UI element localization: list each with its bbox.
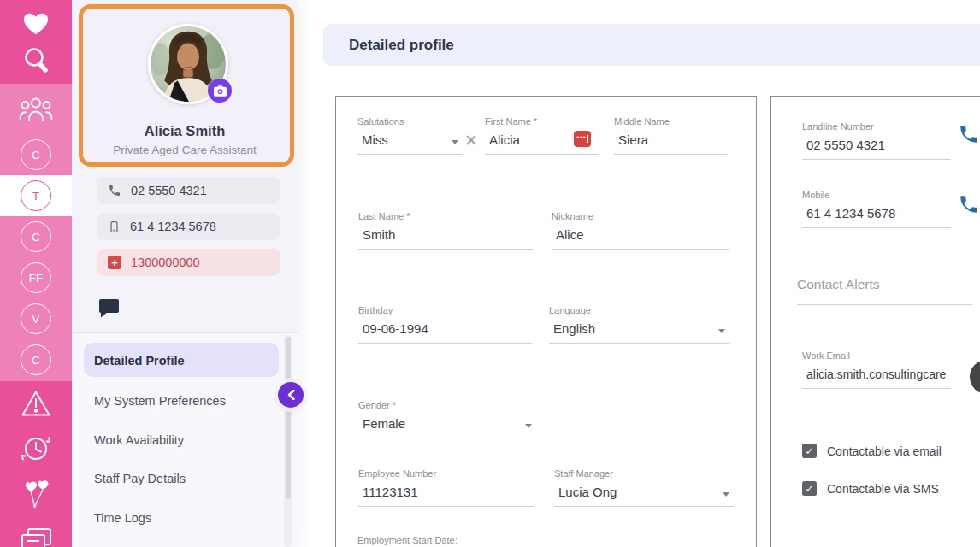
- clear-salutation-x-icon[interactable]: ✕: [464, 131, 478, 150]
- nickname-field: Nickname Alice: [552, 211, 729, 250]
- chevron-left-icon: [287, 390, 295, 400]
- people-group-icon[interactable]: [0, 94, 72, 125]
- warning-triangle-icon[interactable]: [0, 389, 72, 418]
- field-label: Gender *: [358, 400, 536, 411]
- nav-item-staff-pay-details[interactable]: Staff Pay Details: [94, 472, 186, 485]
- chat-bubble-icon[interactable]: [98, 298, 120, 322]
- contact-alerts-title: Contact Alerts: [797, 277, 880, 292]
- contactable-sms-checkbox[interactable]: ✓: [802, 481, 817, 496]
- staff-manager-select[interactable]: Lucia Ong: [554, 482, 734, 507]
- caret-down-icon[interactable]: [718, 329, 725, 337]
- call-mobile-button[interactable]: [958, 193, 980, 219]
- avatar-letter: C: [21, 221, 51, 252]
- gender-select[interactable]: Female: [358, 414, 536, 438]
- heart-logo-icon[interactable]: [0, 10, 72, 36]
- last-name-input[interactable]: Smith: [358, 225, 533, 250]
- landline-field: Landline Number 02 5550 4321: [802, 121, 951, 160]
- staff-manager-field: Staff Manager Lucia Ong: [554, 468, 734, 507]
- sidebar-avatar-v[interactable]: V: [0, 298, 72, 339]
- birthday-input[interactable]: 09-06-1994: [358, 319, 532, 344]
- nav-item-time-logs[interactable]: Time Logs: [94, 511, 151, 525]
- nav-scrollbar-thumb[interactable]: [286, 337, 291, 499]
- field-label: First Name *: [485, 116, 599, 127]
- panel-collapse-button[interactable]: [278, 382, 304, 408]
- field-label: Work Email: [802, 350, 951, 362]
- field-label: Language: [549, 305, 729, 316]
- medical-plus-icon: +: [108, 256, 121, 269]
- avatar-letter: C: [21, 139, 51, 170]
- caret-down-icon[interactable]: [525, 424, 532, 432]
- hearts-balloon-icon[interactable]: [0, 477, 72, 513]
- mobile-number: 61 4 1234 5678: [130, 220, 216, 233]
- emergency-number: 1300000000: [131, 256, 200, 269]
- contact-details-card: [770, 96, 980, 547]
- sidebar-avatar-c2[interactable]: C: [0, 216, 72, 257]
- nav-item-work-availability[interactable]: Work Availability: [94, 433, 184, 447]
- work-email-field: Work Email alicia.smith.consultingcare: [802, 350, 951, 389]
- middle-name-field: Middle Name Siera: [614, 116, 728, 155]
- sidebar-avatar-c1[interactable]: C: [0, 134, 72, 175]
- avatar-letter: V: [21, 303, 51, 334]
- landline-number: 02 5550 4321: [131, 184, 207, 197]
- profile-name: Alicia Smith: [80, 123, 289, 139]
- field-label: Middle Name: [614, 116, 728, 127]
- avatar-letter: FF: [21, 262, 51, 293]
- mobile-input[interactable]: 61 4 1234 5678: [802, 203, 951, 228]
- phone-icon: [108, 184, 121, 197]
- gender-field: Gender * Female: [358, 400, 536, 438]
- field-label: Nickname: [552, 211, 729, 222]
- contactable-email-checkbox[interactable]: ✓: [802, 444, 817, 458]
- page-title: Detailed profile: [349, 37, 454, 54]
- field-label: Birthday: [358, 305, 532, 316]
- field-label: Last Name *: [358, 211, 533, 222]
- sidebar-avatar-ff[interactable]: FF: [0, 257, 72, 298]
- caret-down-icon[interactable]: [452, 140, 458, 148]
- profile-nav: Detailed Profile My System Preferences W…: [72, 332, 298, 547]
- landline-input[interactable]: 02 5550 4321: [802, 135, 951, 160]
- employment-start-date-label: Employment Start Date:: [357, 535, 458, 545]
- employee-number-input[interactable]: 11123131: [358, 482, 534, 507]
- sidebar-avatar-t-selected[interactable]: T: [0, 175, 72, 216]
- last-name-field: Last Name * Smith: [358, 211, 533, 250]
- language-select[interactable]: English: [549, 319, 729, 344]
- salutations-field: Salutations Miss: [357, 116, 463, 155]
- icon-rail: C T C FF V C: [0, 0, 72, 547]
- phone-icon: [958, 193, 980, 215]
- field-label: Employee Number: [358, 468, 534, 479]
- emergency-pill[interactable]: + 1300000000: [97, 249, 280, 276]
- search-icon[interactable]: [0, 45, 72, 76]
- stacked-documents-icon[interactable]: [0, 526, 72, 547]
- nav-item-my-system-preferences[interactable]: My System Preferences: [94, 394, 226, 408]
- checkbox-label: Contactable via SMS: [827, 482, 939, 496]
- work-email-input[interactable]: alicia.smith.consultingcare: [802, 364, 951, 389]
- avatar-letter: T: [21, 180, 51, 211]
- call-landline-button[interactable]: [958, 123, 980, 149]
- contactable-email-row: ✓ Contactable via email: [802, 444, 942, 458]
- birthday-field: Birthday 09-06-1994: [358, 305, 532, 344]
- nickname-input[interactable]: Alice: [552, 225, 729, 250]
- time-history-icon[interactable]: [0, 431, 72, 467]
- employee-number-field: Employee Number 11123131: [358, 468, 534, 507]
- sidebar-avatar-c3[interactable]: C: [0, 339, 72, 380]
- profile-role: Private Aged Care Assistant: [80, 144, 289, 156]
- contact-alerts-divider: [797, 304, 972, 305]
- field-label: Salutations: [357, 116, 463, 127]
- profile-panel: Alicia Smith Private Aged Care Assistant…: [72, 0, 298, 547]
- salutations-select[interactable]: Miss: [357, 130, 463, 155]
- profile-avatar[interactable]: [148, 24, 228, 104]
- mobile-pill[interactable]: 61 4 1234 5678: [97, 213, 280, 240]
- caret-down-icon[interactable]: [723, 492, 729, 500]
- landline-pill[interactable]: 02 5550 4321: [97, 177, 280, 204]
- middle-name-input[interactable]: Siera: [614, 130, 728, 155]
- nav-scrollbar[interactable]: [284, 335, 292, 547]
- language-field: Language English: [549, 305, 729, 344]
- mobile-phone-icon: [108, 220, 121, 234]
- checkbox-label: Contactable via email: [827, 444, 942, 458]
- mobile-field: Mobile 61 4 1234 5678: [802, 190, 951, 228]
- avatar-letter: C: [21, 344, 51, 375]
- phone-icon: [958, 123, 980, 145]
- camera-icon[interactable]: [208, 79, 232, 103]
- app-window: C T C FF V C: [0, 0, 980, 547]
- nav-item-detailed-profile[interactable]: Detailed Profile: [94, 354, 185, 368]
- ellipsis-bar-icon[interactable]: •••: [574, 131, 591, 147]
